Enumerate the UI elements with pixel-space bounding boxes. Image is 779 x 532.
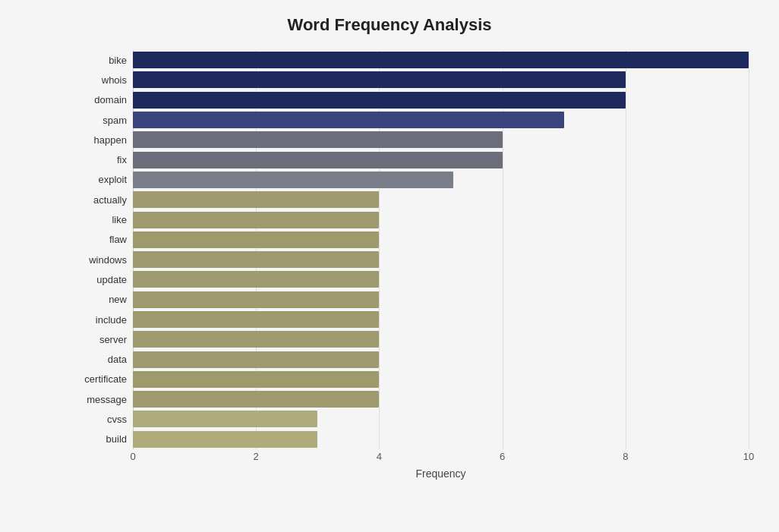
- bar-label: build: [66, 433, 127, 445]
- x-tick-2: 2: [254, 451, 259, 462]
- bar-row: cvss: [133, 409, 749, 429]
- bar-label: happen: [66, 134, 127, 146]
- bar-label: include: [66, 314, 127, 326]
- bar-fill: [133, 212, 379, 228]
- bar-label: domain: [66, 94, 127, 105]
- bar-label: whois: [66, 74, 127, 86]
- bar-fill: [133, 431, 317, 448]
- bar-row: flaw: [133, 230, 749, 250]
- x-tick-8: 8: [623, 451, 628, 462]
- bar-fill: [133, 411, 317, 427]
- bar-label: data: [66, 354, 127, 365]
- bar-fill: [133, 92, 626, 109]
- bar-row: certificate: [133, 370, 749, 389]
- bar-row: new: [133, 290, 749, 310]
- bar-label: like: [66, 214, 127, 225]
- bar-fill: [133, 131, 503, 148]
- bar-fill: [133, 112, 564, 128]
- bar-fill: [133, 71, 626, 88]
- bar-label: actually: [66, 194, 127, 206]
- chart-container: Word Frequency Analysis bikewhoisdomains…: [0, 0, 779, 532]
- bar-row: like: [133, 209, 749, 229]
- bar-fill: [133, 152, 503, 168]
- bar-fill: [133, 271, 379, 288]
- bar-row: server: [133, 329, 749, 349]
- bar-fill: [133, 251, 379, 268]
- bar-label: update: [66, 274, 127, 285]
- bar-row: actually: [133, 190, 749, 209]
- x-axis-label: Frequency: [133, 467, 749, 480]
- bar-label: certificate: [66, 373, 127, 385]
- bar-row: domain: [133, 90, 749, 110]
- bar-row: include: [133, 310, 749, 329]
- bar-row: fix: [133, 150, 749, 169]
- bar-label: windows: [66, 254, 127, 266]
- bar-label: server: [66, 334, 127, 345]
- bar-fill: [133, 52, 749, 68]
- bar-label: message: [66, 394, 127, 405]
- bar-fill: [133, 291, 379, 308]
- bar-fill: [133, 331, 379, 348]
- bar-row: happen: [133, 130, 749, 150]
- bars-container: bikewhoisdomainspamhappenfixexploitactua…: [133, 50, 749, 449]
- x-tick-0: 0: [130, 451, 135, 462]
- bar-fill: [133, 191, 379, 208]
- bar-label: bike: [66, 55, 127, 66]
- bar-label: spam: [66, 115, 127, 126]
- bar-fill: [133, 351, 379, 368]
- bar-label: fix: [66, 154, 127, 165]
- bar-row: build: [133, 430, 749, 449]
- bar-row: message: [133, 389, 749, 409]
- bar-row: bike: [133, 50, 749, 70]
- bar-row: exploit: [133, 170, 749, 190]
- bar-row: spam: [133, 110, 749, 130]
- x-tick-4: 4: [377, 451, 382, 462]
- bar-label: new: [66, 294, 127, 305]
- bar-fill: [133, 172, 453, 188]
- bar-label: exploit: [66, 174, 127, 185]
- bar-fill: [133, 311, 379, 328]
- chart-title: Word Frequency Analysis: [30, 15, 749, 35]
- bar-row: update: [133, 269, 749, 289]
- bar-label: cvss: [66, 414, 127, 425]
- bar-fill: [133, 231, 379, 248]
- bar-fill: [133, 371, 379, 388]
- bar-label: flaw: [66, 234, 127, 245]
- bar-row: windows: [133, 250, 749, 269]
- bar-fill: [133, 391, 379, 408]
- bar-row: data: [133, 349, 749, 369]
- x-axis: 0 2 4 6 8 10: [133, 451, 749, 466]
- bar-row: whois: [133, 70, 749, 90]
- x-tick-6: 6: [500, 451, 505, 462]
- x-tick-10: 10: [743, 451, 754, 462]
